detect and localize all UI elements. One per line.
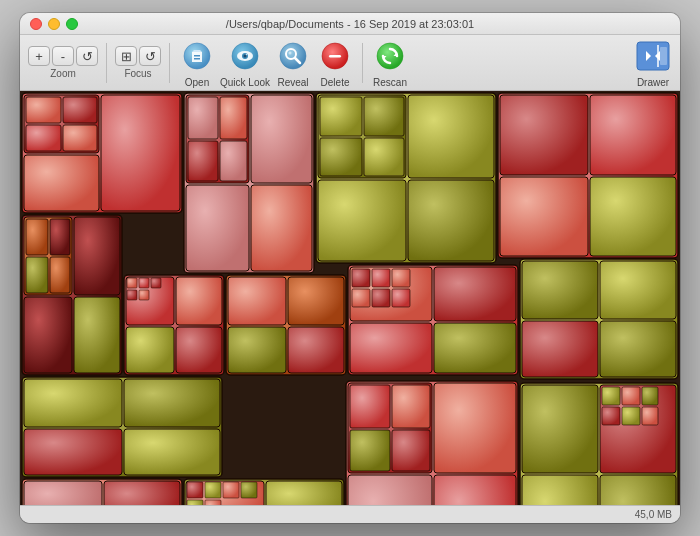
- rescan-label: Rescan: [373, 77, 407, 88]
- svg-rect-131: [642, 387, 658, 405]
- svg-rect-134: [642, 407, 658, 425]
- treemap-visualization[interactable]: [20, 91, 680, 505]
- svg-rect-106: [266, 481, 342, 505]
- drawer-group: Drawer: [634, 37, 672, 88]
- minimize-button[interactable]: [48, 18, 60, 30]
- svg-rect-89: [372, 269, 390, 287]
- separator-1: [106, 43, 107, 83]
- svg-rect-77: [288, 327, 344, 373]
- traffic-lights: [30, 18, 78, 30]
- svg-rect-26: [101, 95, 180, 211]
- toolbar: + - ↺ Zoom ⊞ ↺ Focus: [20, 35, 680, 91]
- svg-rect-56: [74, 217, 120, 295]
- svg-rect-93: [392, 289, 410, 307]
- title-bar: /Users/qbap/Documents - 16 Sep 2019 at 2…: [20, 13, 680, 35]
- reveal-button[interactable]: [274, 37, 312, 75]
- quicklook-label: Quick Look: [220, 77, 270, 88]
- svg-rect-79: [24, 379, 122, 427]
- svg-rect-69: [139, 278, 149, 288]
- quicklook-group: Quick Look: [220, 37, 270, 88]
- maximize-button[interactable]: [66, 18, 78, 30]
- svg-point-14: [377, 43, 403, 69]
- svg-rect-51: [590, 95, 676, 175]
- svg-rect-35: [251, 185, 312, 271]
- svg-rect-127: [522, 475, 598, 505]
- svg-rect-76: [228, 327, 286, 373]
- svg-rect-39: [220, 141, 247, 181]
- svg-rect-118: [348, 475, 432, 505]
- svg-point-11: [289, 52, 292, 55]
- drawer-button[interactable]: [634, 37, 672, 75]
- svg-rect-57: [24, 297, 72, 373]
- svg-rect-36: [188, 97, 218, 139]
- svg-rect-110: [205, 482, 221, 498]
- svg-rect-91: [352, 289, 370, 307]
- svg-rect-75: [288, 277, 344, 325]
- svg-rect-128: [600, 475, 676, 505]
- svg-rect-62: [50, 257, 70, 293]
- rescan-button[interactable]: [371, 37, 409, 75]
- delete-group: Delete: [316, 37, 354, 88]
- zoom-out-button[interactable]: -: [52, 46, 74, 66]
- close-button[interactable]: [30, 18, 42, 30]
- svg-rect-2: [194, 58, 200, 60]
- svg-rect-27: [26, 97, 61, 123]
- svg-rect-92: [372, 289, 390, 307]
- svg-rect-46: [364, 97, 404, 136]
- svg-rect-42: [408, 95, 494, 178]
- svg-rect-109: [187, 482, 203, 498]
- reveal-group: Reveal: [274, 37, 312, 88]
- quicklook-button[interactable]: [226, 37, 264, 75]
- svg-rect-82: [124, 429, 220, 475]
- reveal-label: Reveal: [277, 77, 308, 88]
- svg-rect-67: [176, 327, 222, 373]
- window-title: /Users/qbap/Documents - 16 Sep 2019 at 2…: [226, 18, 474, 30]
- svg-rect-70: [151, 278, 161, 288]
- svg-rect-37: [220, 97, 247, 139]
- zoom-label: Zoom: [50, 68, 76, 79]
- svg-rect-34: [186, 185, 249, 271]
- svg-rect-133: [622, 407, 640, 425]
- svg-rect-80: [124, 379, 220, 427]
- svg-rect-59: [26, 219, 48, 255]
- svg-rect-53: [590, 177, 676, 256]
- svg-rect-88: [352, 269, 370, 287]
- svg-rect-45: [320, 97, 362, 136]
- svg-rect-30: [63, 125, 97, 151]
- svg-rect-130: [622, 387, 640, 405]
- status-bar: 45,0 MB: [20, 505, 680, 523]
- svg-rect-117: [434, 383, 516, 473]
- svg-point-8: [280, 43, 306, 69]
- svg-rect-13: [329, 55, 341, 58]
- svg-rect-33: [251, 95, 312, 183]
- svg-rect-48: [364, 138, 404, 176]
- focus-buttons: ⊞ ↺: [115, 46, 161, 66]
- magnify-icon: [279, 42, 307, 70]
- zoom-in-button[interactable]: +: [28, 46, 50, 66]
- svg-rect-122: [350, 430, 390, 471]
- rescan-group: Rescan: [371, 37, 409, 88]
- svg-rect-38: [188, 141, 218, 181]
- svg-rect-65: [176, 277, 222, 325]
- svg-rect-50: [500, 95, 588, 175]
- svg-rect-44: [408, 180, 494, 261]
- zoom-reset-button[interactable]: ↺: [76, 46, 98, 66]
- focus-in-button[interactable]: ⊞: [115, 46, 137, 66]
- svg-rect-66: [126, 327, 174, 373]
- delete-button[interactable]: [316, 37, 354, 75]
- minus-circle-icon: [321, 42, 349, 70]
- svg-rect-97: [522, 321, 598, 377]
- open-group: Open: [178, 37, 216, 88]
- open-button[interactable]: [178, 37, 216, 75]
- svg-rect-25: [24, 155, 99, 211]
- svg-rect-72: [139, 290, 149, 300]
- svg-rect-113: [187, 500, 203, 505]
- focus-out-button[interactable]: ↺: [139, 46, 161, 66]
- svg-point-7: [246, 54, 248, 56]
- svg-rect-100: [24, 481, 102, 505]
- drawer-label: Drawer: [637, 77, 669, 88]
- svg-rect-121: [392, 385, 430, 428]
- svg-rect-28: [63, 97, 97, 123]
- svg-rect-52: [500, 177, 588, 256]
- svg-rect-1: [194, 55, 200, 57]
